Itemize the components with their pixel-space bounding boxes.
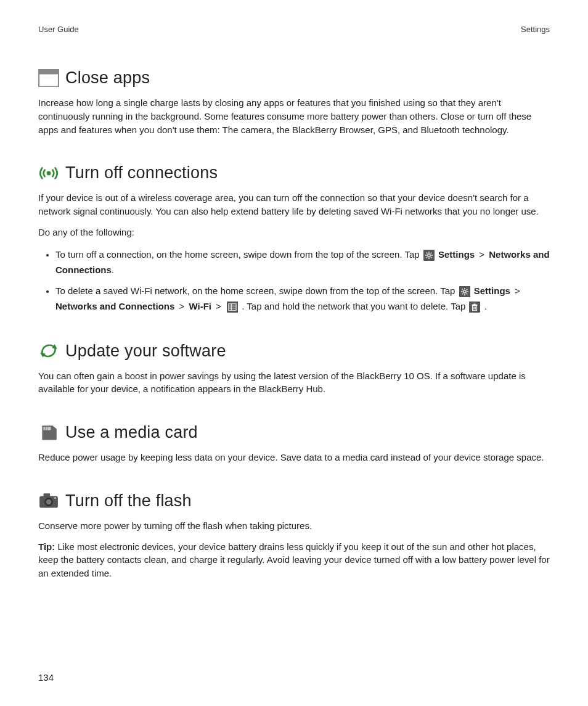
- svg-rect-37: [47, 427, 49, 430]
- svg-line-20: [466, 289, 467, 290]
- svg-rect-1: [39, 70, 59, 74]
- heading-update-software: Update your software: [38, 342, 550, 361]
- svg-line-9: [430, 257, 431, 258]
- networks-label-a: Networks: [489, 249, 533, 260]
- turn-off-connections-body: If your device is out of a wireless cove…: [38, 191, 550, 218]
- svg-line-18: [466, 293, 467, 294]
- svg-line-17: [462, 289, 463, 290]
- section-media-card: Use a media card Reduce power usage by k…: [38, 423, 550, 464]
- section-close-apps: Close apps Increase how long a single ch…: [38, 68, 550, 136]
- bullet2-text-a: To delete a saved Wi-Fi network, on the …: [55, 285, 458, 296]
- do-any-text: Do any of the following:: [38, 226, 550, 239]
- heading-close-apps-text: Close apps: [65, 68, 150, 88]
- bullet-delete-wifi: To delete a saved Wi-Fi network, on the …: [55, 283, 550, 314]
- settings-label: Settings: [438, 249, 475, 260]
- svg-line-11: [430, 252, 431, 253]
- panel-icon: [38, 69, 59, 88]
- heading-turn-off-connections-text: Turn off connections: [65, 163, 218, 183]
- bullet2-period: .: [484, 301, 487, 311]
- section-flash: Turn off the flash Conserve more power b…: [38, 491, 550, 580]
- svg-rect-40: [44, 494, 51, 497]
- wifi-label: Wi-Fi: [189, 301, 211, 311]
- header-left: User Guide: [38, 25, 79, 34]
- bullet1-period: .: [112, 265, 114, 275]
- signal-icon: [38, 164, 59, 183]
- bullet2-text-b: . Tap and hold the network that you want…: [242, 301, 468, 311]
- settings-label-2: Settings: [474, 285, 510, 296]
- trash-icon: [469, 302, 480, 313]
- separator: >: [515, 285, 520, 296]
- svg-point-3: [428, 253, 430, 256]
- connections-bullets: To turn off a connection, on the home sc…: [38, 247, 550, 314]
- svg-rect-36: [46, 427, 47, 430]
- media-card-body: Reduce power usage by keeping less data …: [38, 451, 550, 464]
- refresh-icon: [38, 342, 59, 360]
- gear-icon: [459, 286, 470, 297]
- svg-rect-35: [44, 427, 45, 430]
- svg-point-43: [54, 498, 56, 499]
- svg-rect-38: [49, 427, 51, 430]
- heading-flash-text: Turn off the flash: [65, 491, 192, 511]
- heading-update-software-text: Update your software: [65, 342, 226, 361]
- header-right: Settings: [521, 25, 550, 34]
- section-update-software: Update your software You can often gain …: [38, 342, 550, 396]
- bullet1-text-a: To turn off a connection, on the home sc…: [55, 249, 422, 260]
- page-number: 134: [38, 672, 54, 683]
- heading-close-apps: Close apps: [38, 68, 550, 88]
- sd-card-icon: [38, 424, 59, 442]
- svg-line-19: [462, 293, 463, 294]
- separator: >: [216, 301, 221, 311]
- svg-line-10: [426, 257, 427, 258]
- running-header: User Guide Settings: [38, 25, 550, 34]
- networks-and-connections-label: Networks and Connections: [55, 301, 174, 311]
- heading-turn-off-connections: Turn off connections: [38, 163, 550, 183]
- list-grid-icon: [227, 302, 238, 313]
- heading-media-card-text: Use a media card: [65, 423, 198, 442]
- bullet-turn-off-connection: To turn off a connection, on the home sc…: [55, 247, 550, 278]
- separator: >: [179, 301, 185, 311]
- tip-body: Like most electronic devices, your devic…: [38, 541, 550, 579]
- page: User Guide Settings Close apps Increase …: [0, 0, 588, 580]
- heading-flash: Turn off the flash: [38, 491, 550, 511]
- heading-media-card: Use a media card: [38, 423, 550, 442]
- svg-point-42: [46, 499, 52, 505]
- svg-rect-21: [229, 304, 236, 311]
- flash-body: Conserve more power by turning off the f…: [38, 519, 550, 533]
- gear-icon: [423, 250, 435, 261]
- svg-point-12: [463, 290, 465, 292]
- svg-line-8: [426, 252, 427, 253]
- camera-icon: [38, 491, 59, 510]
- update-software-body: You can often gain a boost in power savi…: [38, 369, 550, 396]
- separator: >: [479, 249, 484, 260]
- section-turn-off-connections: Turn off connections If your device is o…: [38, 163, 550, 314]
- close-apps-body: Increase how long a single charge lasts …: [38, 96, 550, 136]
- flash-tip: Tip: Like most electronic devices, your …: [38, 540, 550, 580]
- tip-label: Tip:: [38, 541, 55, 552]
- svg-point-2: [47, 171, 51, 175]
